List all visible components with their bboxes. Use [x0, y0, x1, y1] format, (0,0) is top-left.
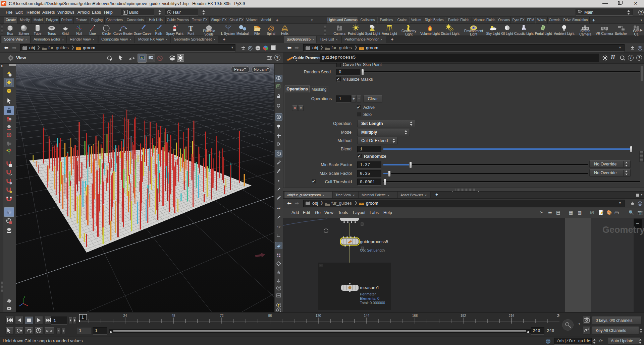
- svg-text:144: 144: [364, 314, 370, 318]
- svg-text:Total: 0.000000: Total: 0.000000: [360, 301, 385, 305]
- svg-text:y: y: [24, 295, 25, 298]
- svg-text:Perimeter: Perimeter: [360, 292, 376, 296]
- svg-text:measure1: measure1: [360, 285, 379, 290]
- svg-text:72: 72: [220, 314, 224, 318]
- svg-text:12: 12: [277, 225, 280, 229]
- svg-text:Op: Set Length: Op: Set Length: [360, 248, 385, 252]
- svg-text:120: 120: [316, 314, 321, 318]
- svg-text:48: 48: [171, 314, 175, 318]
- svg-text:No cam: No cam: [254, 67, 267, 71]
- svg-text:12: 12: [277, 206, 280, 209]
- svg-text:T: T: [189, 24, 193, 32]
- svg-text:2: 2: [557, 314, 559, 318]
- svg-text:Persp: Persp: [234, 67, 244, 71]
- svg-text:168: 168: [412, 314, 418, 318]
- svg-text:216: 216: [509, 314, 515, 318]
- svg-text:roo: roo: [141, 58, 143, 60]
- svg-text:192: 192: [461, 314, 466, 318]
- svg-text:96: 96: [268, 314, 272, 318]
- svg-text:–: –: [320, 264, 322, 267]
- svg-text:24: 24: [123, 314, 127, 318]
- svg-text:Elements: 0: Elements: 0: [360, 296, 379, 300]
- svg-text:guideprocess5: guideprocess5: [360, 239, 388, 244]
